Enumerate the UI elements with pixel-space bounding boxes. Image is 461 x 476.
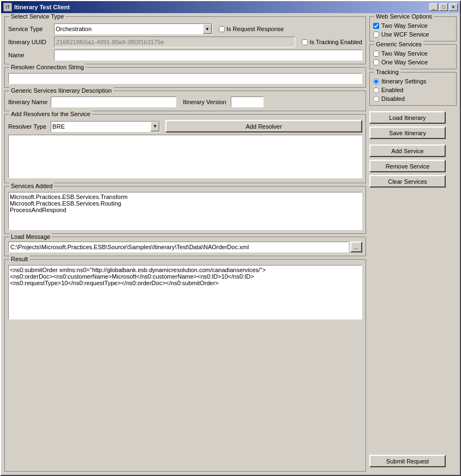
titlebar: IT Itinerary Test Client _ □ ✕ bbox=[1, 1, 460, 13]
result-textarea[interactable]: <ns0:submitOrder xmlns:ns0="http://globa… bbox=[8, 265, 362, 320]
services-list-textarea[interactable]: Microsoft.Practices.ESB.Services.Transfo… bbox=[8, 192, 362, 230]
web-two-way-service-checkbox[interactable] bbox=[373, 23, 379, 29]
web-service-options-group: Web Service Options Two Way Service Use … bbox=[369, 16, 457, 41]
right-panel: Web Service Options Two Way Service Use … bbox=[369, 16, 457, 472]
generic-two-way-service-checkbox[interactable] bbox=[373, 51, 379, 57]
web-service-options-label: Web Service Options bbox=[374, 13, 434, 20]
result-label: Result bbox=[9, 256, 29, 262]
is-request-response-checkbox[interactable] bbox=[219, 26, 225, 32]
itinerary-name-label: Itinerary Name bbox=[8, 99, 47, 105]
service-type-select-wrapper: Orchestration Messaging ▼ bbox=[54, 23, 212, 34]
submit-request-button[interactable]: Submit Request bbox=[369, 455, 446, 467]
services-added-group: Services Added Microsoft.Practices.ESB.S… bbox=[4, 186, 366, 234]
tracking-group: Tracking Itinerary Settings Enabled Disa… bbox=[369, 72, 457, 106]
submit-request-wrapper: Submit Request bbox=[369, 455, 457, 467]
close-button[interactable]: ✕ bbox=[449, 3, 458, 11]
tracking-label: Tracking bbox=[374, 69, 400, 75]
name-label: Name bbox=[8, 52, 52, 58]
generic-services-itinerary-group: Generic Services Itinerary Description I… bbox=[4, 91, 366, 111]
browse-button[interactable]: ... bbox=[350, 242, 362, 252]
result-group: Result <ns0:submitOrder xmlns:ns0="http:… bbox=[4, 259, 366, 472]
resolver-connection-string-label: Resolver Connection String bbox=[9, 64, 86, 70]
load-itinerary-button[interactable]: Load Itinerary bbox=[369, 111, 446, 124]
resolver-type-select-wrapper: BRE UDDI Static ▼ bbox=[51, 121, 160, 132]
tracking-itinerary-settings-radio[interactable] bbox=[373, 79, 379, 85]
is-tracking-enabled-label: Is Tracking Enabled bbox=[309, 39, 362, 45]
load-message-group: Load Message ... bbox=[4, 237, 366, 256]
web-two-way-service-label: Two Way Service bbox=[381, 22, 428, 29]
tracking-disabled-label: Disabled bbox=[381, 95, 405, 102]
left-panel: Select Service Type Service Type Orchest… bbox=[4, 16, 366, 472]
add-service-button[interactable]: Add Service bbox=[369, 144, 446, 157]
resolver-area[interactable] bbox=[8, 135, 362, 178]
clear-services-button[interactable]: Clear Services bbox=[369, 175, 446, 188]
is-request-response-label: Is Request Response bbox=[226, 26, 284, 32]
itinerary-version-label: Itinerary Version bbox=[183, 99, 226, 105]
tracking-enabled-radio[interactable] bbox=[373, 87, 379, 93]
restore-button[interactable]: □ bbox=[439, 3, 448, 11]
use-wcf-service-label: Use WCF Service bbox=[381, 31, 429, 38]
itinerary-name-field[interactable] bbox=[51, 97, 176, 107]
service-action-buttons: Add Service Remove Service Clear Service… bbox=[369, 144, 457, 188]
resolver-type-select[interactable]: BRE UDDI Static bbox=[51, 121, 160, 132]
right-action-buttons: Load Itinerary Save Itinerary bbox=[369, 111, 457, 139]
itinerary-uuid-label: Itinerary UUID bbox=[8, 39, 52, 45]
tracking-disabled-radio[interactable] bbox=[373, 96, 379, 102]
remove-service-button[interactable]: Remove Service bbox=[369, 160, 446, 172]
services-list[interactable]: Microsoft.Practices.ESB.Services.Transfo… bbox=[8, 192, 362, 230]
generic-services-group: Generic Services Two Way Service One Way… bbox=[369, 44, 457, 69]
tracking-itinerary-settings-label: Itinerary Settings bbox=[381, 78, 427, 85]
minimize-button[interactable]: _ bbox=[429, 3, 438, 11]
titlebar-buttons: _ □ ✕ bbox=[429, 3, 458, 11]
app-icon: IT bbox=[3, 3, 12, 11]
load-message-label: Load Message bbox=[9, 233, 52, 240]
main-window: IT Itinerary Test Client _ □ ✕ Select Se… bbox=[0, 0, 461, 476]
itinerary-uuid-field[interactable] bbox=[54, 37, 295, 47]
select-service-type-label: Select Service Type bbox=[9, 13, 65, 20]
load-message-field[interactable] bbox=[8, 242, 349, 252]
add-resolver-button[interactable]: Add Resolver bbox=[165, 120, 362, 132]
tracking-enabled-label: Enabled bbox=[381, 87, 403, 93]
is-tracking-enabled-wrapper: Is Tracking Enabled bbox=[302, 39, 362, 45]
services-added-label: Services Added bbox=[9, 183, 54, 189]
use-wcf-service-checkbox[interactable] bbox=[373, 32, 379, 38]
save-itinerary-button[interactable]: Save Itinerary bbox=[369, 126, 446, 139]
resolver-type-label: Resolver Type bbox=[8, 123, 46, 130]
generic-services-itinerary-label: Generic Services Itinerary Description bbox=[9, 87, 113, 94]
add-resolvers-label: Add Resolvers for the Service bbox=[9, 111, 92, 117]
service-type-select[interactable]: Orchestration Messaging bbox=[54, 23, 212, 34]
service-type-label: Service Type bbox=[8, 26, 52, 32]
itinerary-version-field[interactable] bbox=[231, 97, 264, 107]
is-tracking-enabled-checkbox[interactable] bbox=[302, 39, 308, 45]
add-resolvers-group: Add Resolvers for the Service Resolver T… bbox=[4, 114, 366, 183]
select-service-type-group: Select Service Type Service Type Orchest… bbox=[4, 16, 366, 64]
generic-two-way-service-label: Two Way Service bbox=[381, 50, 428, 57]
window-title: Itinerary Test Client bbox=[14, 4, 427, 10]
is-request-response-wrapper: Is Request Response bbox=[219, 26, 284, 32]
generic-one-way-service-label: One Way Service bbox=[381, 59, 428, 65]
generic-one-way-service-checkbox[interactable] bbox=[373, 59, 379, 65]
generic-services-label: Generic Services bbox=[374, 41, 423, 47]
name-field[interactable] bbox=[54, 50, 362, 61]
resolver-connection-string-field[interactable] bbox=[8, 73, 362, 84]
resolver-connection-string-group: Resolver Connection String bbox=[4, 67, 366, 88]
